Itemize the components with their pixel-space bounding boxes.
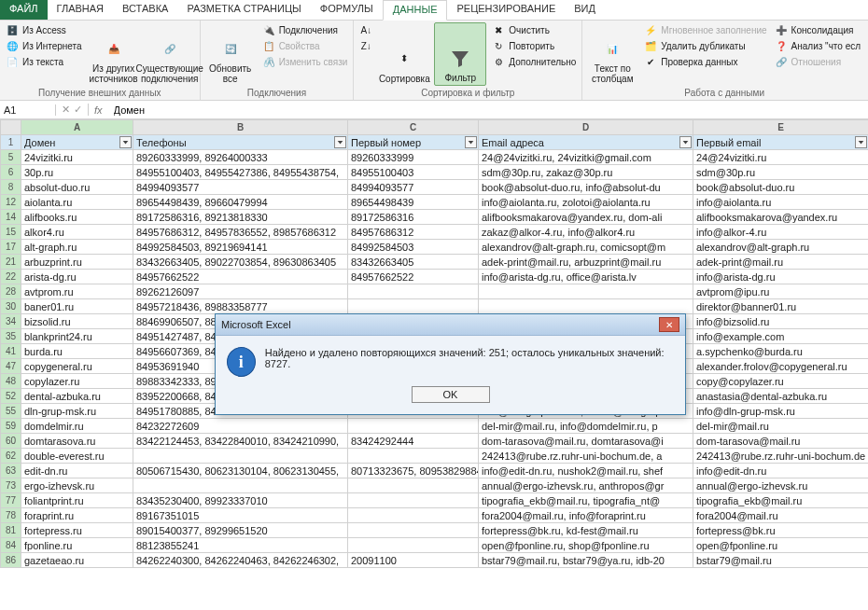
cell[interactable]: book@absolut-duo.ru [693, 180, 869, 195]
cell[interactable]: 84232272609 [133, 419, 348, 434]
cell[interactable]: blankprint24.ru [21, 329, 133, 344]
cell[interactable] [348, 538, 479, 553]
cell[interactable]: book@absolut-duo.ru, info@absolut-du [479, 180, 693, 195]
refresh-all-button[interactable]: 🔄 Обновить все [204, 22, 257, 86]
cell[interactable]: burda.ru [21, 344, 133, 359]
row-header[interactable]: 78 [1, 508, 21, 523]
cell[interactable]: foraprint.ru [21, 508, 133, 523]
cell[interactable]: 84994093577 [348, 180, 479, 195]
cell[interactable]: 89654498439, 89660479994 [133, 195, 348, 210]
cell[interactable]: copy@copylazer.ru [693, 374, 869, 389]
row-header[interactable]: 8 [1, 180, 21, 195]
filter-dropdown-button[interactable] [679, 136, 692, 148]
cell[interactable]: Домен [21, 135, 133, 150]
cell[interactable]: 89260333999, 89264000333 [133, 150, 348, 165]
cell[interactable]: info@edit-dn.ru, nushok2@mail.ru, shef [479, 464, 693, 478]
cell[interactable]: alifbooks.ru [21, 210, 133, 225]
row-header[interactable]: 6 [1, 165, 21, 180]
cell[interactable]: absolut-duo.ru [21, 180, 133, 195]
cell[interactable]: info@bizsolid.ru [693, 314, 869, 329]
cell[interactable]: aiolanta.ru [21, 195, 133, 210]
cell[interactable]: baner01.ru [21, 299, 133, 314]
cell[interactable] [348, 449, 479, 464]
cell[interactable]: alifbooksmakarova@yandex.ru [693, 210, 869, 225]
from-text-button[interactable]: 📄Из текста [4, 54, 84, 69]
cell[interactable]: adek-print@mail.ru [693, 255, 869, 270]
clear-filter-button[interactable]: ✖Очистить [490, 22, 578, 37]
cell[interactable]: zakaz@alkor-4.ru, info@alkor4.ru [479, 225, 693, 240]
row-header[interactable]: 47 [1, 359, 21, 374]
cell[interactable]: 84957686312 [348, 225, 479, 240]
cell[interactable]: 24vizitki.ru [21, 150, 133, 165]
name-box[interactable]: A1 [0, 104, 56, 116]
cell[interactable]: 242413@rube.rz.ruhr-uni-bochum.de [693, 449, 869, 464]
cell[interactable]: adek-print@mail.ru, arbuzprint@mail.ru [479, 255, 693, 270]
cell[interactable]: annual@ergo-izhevsk.ru [693, 478, 869, 493]
cell[interactable]: fponline.ru [21, 538, 133, 553]
cell[interactable]: alt-graph.ru [21, 240, 133, 255]
tab-data[interactable]: ДАННЫЕ [383, 0, 448, 21]
row-header[interactable]: 62 [1, 449, 21, 464]
row-header[interactable]: 55 [1, 404, 21, 419]
cell[interactable]: 84955100403 [348, 165, 479, 180]
col-header-B[interactable]: B [133, 120, 348, 135]
cell[interactable]: 89167351015 [133, 508, 348, 523]
col-header-E[interactable]: E [693, 120, 869, 135]
cell[interactable]: foliantprint.ru [21, 493, 133, 508]
tab-review[interactable]: РЕЦЕНЗИРОВАНИЕ [447, 0, 565, 20]
cell[interactable]: direktor@banner01.ru [693, 299, 869, 314]
row-header[interactable]: 86 [1, 553, 21, 568]
cell[interactable]: 242413@rube.rz.ruhr-uni-bochum.de, a [479, 449, 693, 464]
row-header[interactable]: 35 [1, 329, 21, 344]
cell[interactable]: sdm@30p.ru, zakaz@30p.ru [479, 165, 693, 180]
cell[interactable]: info@aiolanta.ru, zolotoi@aiolanta.ru [479, 195, 693, 210]
cell[interactable]: del-mir@mail.ru, info@domdelmir.ru, p [479, 419, 693, 434]
cell[interactable]: 84992584503 [348, 240, 479, 255]
cell[interactable]: annual@ergo-izhevsk.ru, anthropos@gr [479, 478, 693, 493]
from-access-button[interactable]: 🗄️Из Access [4, 22, 84, 37]
cell[interactable] [133, 478, 348, 493]
cell[interactable] [348, 478, 479, 493]
cell[interactable]: 84957686312, 84957836552, 89857686312 [133, 225, 348, 240]
cell[interactable]: a.sypchenko@burda.ru [693, 344, 869, 359]
cell[interactable]: fortepress@bk.ru [693, 523, 869, 538]
row-header[interactable]: 63 [1, 464, 21, 478]
fx-icon[interactable]: fx [89, 104, 108, 116]
cell[interactable]: 84994093577 [133, 180, 348, 195]
cell[interactable]: info@example.com [693, 329, 869, 344]
sort-za-button[interactable]: Z↓ [357, 38, 374, 53]
row-header[interactable]: 81 [1, 523, 21, 538]
formula-input[interactable] [108, 104, 868, 116]
cell[interactable]: 24@24vizitki.ru, 24vizitki@gmail.com [479, 150, 693, 165]
cell[interactable]: 84957662522 [348, 270, 479, 284]
cell[interactable]: domdelmir.ru [21, 419, 133, 434]
cell[interactable]: domtarasova.ru [21, 434, 133, 449]
row-header[interactable]: 28 [1, 284, 21, 299]
tab-file[interactable]: ФАЙЛ [0, 0, 48, 20]
cell[interactable]: 24@24vizitki.ru [693, 150, 869, 165]
row-header[interactable]: 41 [1, 344, 21, 359]
row-header[interactable]: 48 [1, 374, 21, 389]
tab-view[interactable]: ВИД [565, 0, 605, 20]
cell[interactable]: 89015400377, 89299651520 [133, 523, 348, 538]
cell[interactable]: 80506715430, 80623130104, 80623130455, [133, 464, 348, 478]
col-header-D[interactable]: D [479, 120, 693, 135]
from-web-button[interactable]: 🌐Из Интернета [4, 38, 84, 53]
cell[interactable]: info@dln-grup-msk.ru [693, 404, 869, 419]
tab-formulas[interactable]: ФОРМУЛЫ [311, 0, 383, 20]
cell[interactable]: 84992584503, 89219694141 [133, 240, 348, 255]
cell[interactable]: copylazer.ru [21, 374, 133, 389]
advanced-filter-button[interactable]: ⚙Дополнительно [490, 54, 578, 69]
cell[interactable]: 83435230400, 89923337010 [133, 493, 348, 508]
cell[interactable]: dental-azbuka.ru [21, 389, 133, 404]
cell[interactable]: fortepress@bk.ru, kd-fest@mail.ru [479, 523, 693, 538]
cell[interactable]: copygeneral.ru [21, 359, 133, 374]
cell[interactable]: open@fponline.ru, shop@fponline.ru [479, 538, 693, 553]
cell[interactable]: 80713323675, 80953829884 [348, 464, 479, 478]
cell[interactable]: 83432663405, 89022703854, 89630863405 [133, 255, 348, 270]
col-header-C[interactable]: C [348, 120, 479, 135]
cell[interactable]: 89260333999 [348, 150, 479, 165]
cell[interactable]: sdm@30p.ru [693, 165, 869, 180]
cell[interactable]: info@alkor-4.ru [693, 225, 869, 240]
cell[interactable]: gazetaeao.ru [21, 553, 133, 568]
